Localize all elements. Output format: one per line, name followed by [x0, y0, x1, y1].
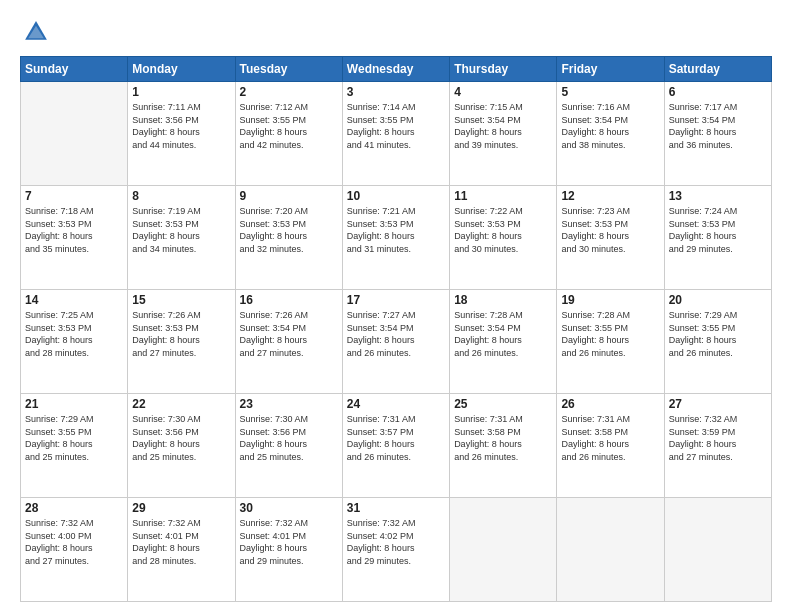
- day-info: Sunrise: 7:31 AM Sunset: 3:57 PM Dayligh…: [347, 413, 445, 463]
- day-cell: 20Sunrise: 7:29 AM Sunset: 3:55 PM Dayli…: [664, 290, 771, 394]
- week-row-5: 28Sunrise: 7:32 AM Sunset: 4:00 PM Dayli…: [21, 498, 772, 602]
- day-cell: 22Sunrise: 7:30 AM Sunset: 3:56 PM Dayli…: [128, 394, 235, 498]
- day-number: 15: [132, 293, 230, 307]
- day-cell: 4Sunrise: 7:15 AM Sunset: 3:54 PM Daylig…: [450, 82, 557, 186]
- day-number: 13: [669, 189, 767, 203]
- day-cell: 10Sunrise: 7:21 AM Sunset: 3:53 PM Dayli…: [342, 186, 449, 290]
- day-info: Sunrise: 7:18 AM Sunset: 3:53 PM Dayligh…: [25, 205, 123, 255]
- day-info: Sunrise: 7:16 AM Sunset: 3:54 PM Dayligh…: [561, 101, 659, 151]
- day-cell: 16Sunrise: 7:26 AM Sunset: 3:54 PM Dayli…: [235, 290, 342, 394]
- day-cell: 11Sunrise: 7:22 AM Sunset: 3:53 PM Dayli…: [450, 186, 557, 290]
- day-number: 26: [561, 397, 659, 411]
- day-info: Sunrise: 7:29 AM Sunset: 3:55 PM Dayligh…: [25, 413, 123, 463]
- day-info: Sunrise: 7:30 AM Sunset: 3:56 PM Dayligh…: [132, 413, 230, 463]
- day-number: 17: [347, 293, 445, 307]
- day-info: Sunrise: 7:28 AM Sunset: 3:55 PM Dayligh…: [561, 309, 659, 359]
- day-number: 29: [132, 501, 230, 515]
- weekday-friday: Friday: [557, 57, 664, 82]
- day-number: 7: [25, 189, 123, 203]
- day-cell: 28Sunrise: 7:32 AM Sunset: 4:00 PM Dayli…: [21, 498, 128, 602]
- day-cell: 9Sunrise: 7:20 AM Sunset: 3:53 PM Daylig…: [235, 186, 342, 290]
- day-cell: [21, 82, 128, 186]
- day-number: 5: [561, 85, 659, 99]
- day-cell: [450, 498, 557, 602]
- day-cell: 19Sunrise: 7:28 AM Sunset: 3:55 PM Dayli…: [557, 290, 664, 394]
- day-cell: 12Sunrise: 7:23 AM Sunset: 3:53 PM Dayli…: [557, 186, 664, 290]
- day-number: 21: [25, 397, 123, 411]
- day-number: 12: [561, 189, 659, 203]
- day-info: Sunrise: 7:32 AM Sunset: 4:02 PM Dayligh…: [347, 517, 445, 567]
- day-cell: 29Sunrise: 7:32 AM Sunset: 4:01 PM Dayli…: [128, 498, 235, 602]
- day-info: Sunrise: 7:27 AM Sunset: 3:54 PM Dayligh…: [347, 309, 445, 359]
- day-info: Sunrise: 7:25 AM Sunset: 3:53 PM Dayligh…: [25, 309, 123, 359]
- day-info: Sunrise: 7:32 AM Sunset: 4:00 PM Dayligh…: [25, 517, 123, 567]
- day-number: 1: [132, 85, 230, 99]
- day-number: 30: [240, 501, 338, 515]
- day-number: 19: [561, 293, 659, 307]
- day-info: Sunrise: 7:19 AM Sunset: 3:53 PM Dayligh…: [132, 205, 230, 255]
- day-cell: 2Sunrise: 7:12 AM Sunset: 3:55 PM Daylig…: [235, 82, 342, 186]
- day-cell: 13Sunrise: 7:24 AM Sunset: 3:53 PM Dayli…: [664, 186, 771, 290]
- day-cell: 17Sunrise: 7:27 AM Sunset: 3:54 PM Dayli…: [342, 290, 449, 394]
- day-number: 11: [454, 189, 552, 203]
- day-number: 2: [240, 85, 338, 99]
- day-cell: 24Sunrise: 7:31 AM Sunset: 3:57 PM Dayli…: [342, 394, 449, 498]
- day-cell: [664, 498, 771, 602]
- day-number: 3: [347, 85, 445, 99]
- weekday-tuesday: Tuesday: [235, 57, 342, 82]
- weekday-sunday: Sunday: [21, 57, 128, 82]
- week-row-3: 14Sunrise: 7:25 AM Sunset: 3:53 PM Dayli…: [21, 290, 772, 394]
- day-number: 24: [347, 397, 445, 411]
- day-info: Sunrise: 7:31 AM Sunset: 3:58 PM Dayligh…: [561, 413, 659, 463]
- day-number: 27: [669, 397, 767, 411]
- week-row-1: 1Sunrise: 7:11 AM Sunset: 3:56 PM Daylig…: [21, 82, 772, 186]
- day-number: 22: [132, 397, 230, 411]
- day-number: 14: [25, 293, 123, 307]
- day-number: 23: [240, 397, 338, 411]
- day-info: Sunrise: 7:32 AM Sunset: 4:01 PM Dayligh…: [132, 517, 230, 567]
- day-info: Sunrise: 7:17 AM Sunset: 3:54 PM Dayligh…: [669, 101, 767, 151]
- day-number: 20: [669, 293, 767, 307]
- day-info: Sunrise: 7:28 AM Sunset: 3:54 PM Dayligh…: [454, 309, 552, 359]
- day-info: Sunrise: 7:11 AM Sunset: 3:56 PM Dayligh…: [132, 101, 230, 151]
- day-cell: 3Sunrise: 7:14 AM Sunset: 3:55 PM Daylig…: [342, 82, 449, 186]
- day-cell: 30Sunrise: 7:32 AM Sunset: 4:01 PM Dayli…: [235, 498, 342, 602]
- calendar-table: SundayMondayTuesdayWednesdayThursdayFrid…: [20, 56, 772, 602]
- day-number: 6: [669, 85, 767, 99]
- page: SundayMondayTuesdayWednesdayThursdayFrid…: [0, 0, 792, 612]
- day-number: 4: [454, 85, 552, 99]
- day-cell: 8Sunrise: 7:19 AM Sunset: 3:53 PM Daylig…: [128, 186, 235, 290]
- header: [20, 18, 772, 46]
- day-info: Sunrise: 7:15 AM Sunset: 3:54 PM Dayligh…: [454, 101, 552, 151]
- day-info: Sunrise: 7:31 AM Sunset: 3:58 PM Dayligh…: [454, 413, 552, 463]
- day-info: Sunrise: 7:32 AM Sunset: 3:59 PM Dayligh…: [669, 413, 767, 463]
- week-row-4: 21Sunrise: 7:29 AM Sunset: 3:55 PM Dayli…: [21, 394, 772, 498]
- day-info: Sunrise: 7:21 AM Sunset: 3:53 PM Dayligh…: [347, 205, 445, 255]
- day-number: 25: [454, 397, 552, 411]
- day-cell: 26Sunrise: 7:31 AM Sunset: 3:58 PM Dayli…: [557, 394, 664, 498]
- week-row-2: 7Sunrise: 7:18 AM Sunset: 3:53 PM Daylig…: [21, 186, 772, 290]
- day-cell: 31Sunrise: 7:32 AM Sunset: 4:02 PM Dayli…: [342, 498, 449, 602]
- day-cell: 18Sunrise: 7:28 AM Sunset: 3:54 PM Dayli…: [450, 290, 557, 394]
- day-cell: 14Sunrise: 7:25 AM Sunset: 3:53 PM Dayli…: [21, 290, 128, 394]
- day-cell: 27Sunrise: 7:32 AM Sunset: 3:59 PM Dayli…: [664, 394, 771, 498]
- weekday-saturday: Saturday: [664, 57, 771, 82]
- day-number: 18: [454, 293, 552, 307]
- day-cell: 6Sunrise: 7:17 AM Sunset: 3:54 PM Daylig…: [664, 82, 771, 186]
- logo: [20, 18, 50, 46]
- day-number: 31: [347, 501, 445, 515]
- day-cell: 7Sunrise: 7:18 AM Sunset: 3:53 PM Daylig…: [21, 186, 128, 290]
- day-cell: 5Sunrise: 7:16 AM Sunset: 3:54 PM Daylig…: [557, 82, 664, 186]
- day-cell: 21Sunrise: 7:29 AM Sunset: 3:55 PM Dayli…: [21, 394, 128, 498]
- weekday-header-row: SundayMondayTuesdayWednesdayThursdayFrid…: [21, 57, 772, 82]
- weekday-thursday: Thursday: [450, 57, 557, 82]
- day-number: 8: [132, 189, 230, 203]
- day-cell: 23Sunrise: 7:30 AM Sunset: 3:56 PM Dayli…: [235, 394, 342, 498]
- day-info: Sunrise: 7:26 AM Sunset: 3:53 PM Dayligh…: [132, 309, 230, 359]
- day-info: Sunrise: 7:24 AM Sunset: 3:53 PM Dayligh…: [669, 205, 767, 255]
- day-info: Sunrise: 7:12 AM Sunset: 3:55 PM Dayligh…: [240, 101, 338, 151]
- day-info: Sunrise: 7:26 AM Sunset: 3:54 PM Dayligh…: [240, 309, 338, 359]
- day-info: Sunrise: 7:29 AM Sunset: 3:55 PM Dayligh…: [669, 309, 767, 359]
- day-info: Sunrise: 7:22 AM Sunset: 3:53 PM Dayligh…: [454, 205, 552, 255]
- weekday-wednesday: Wednesday: [342, 57, 449, 82]
